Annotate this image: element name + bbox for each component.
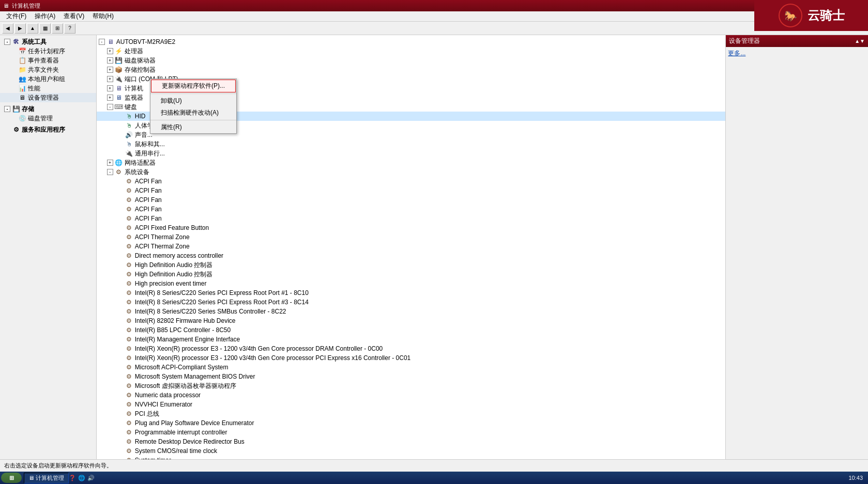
nav-system-tools[interactable]: - 🛠 系统工具 [0, 37, 96, 46]
sysdev-item-icon: ⚙ [125, 252, 133, 260]
toolbar: ◀ ▶ ▲ ▦ ⊞ ? [0, 22, 868, 35]
sysdev-item[interactable]: ⚙ ACPI Thermal Zone [97, 242, 726, 251]
sysdev-item[interactable]: ⚙ Numeric data processor [97, 391, 726, 400]
item-mouse[interactable]: 🖱 鼠标和其... [97, 139, 726, 149]
menu-view[interactable]: 查看(V) [59, 11, 88, 22]
sysdev-item[interactable]: ⚙ ACPI Fan [97, 195, 726, 205]
sysdev-item[interactable]: ⚙ ACPI Fixed Feature Button [97, 223, 726, 232]
nav-performance[interactable]: 📊 性能 [0, 84, 96, 93]
sysdev-item[interactable]: ⚙ Programmable interrupt controller [97, 428, 726, 437]
taskbar-speaker-icon: 🔊 [87, 475, 95, 481]
nav-shared-folders[interactable]: 📁 共享文件夹 [0, 65, 96, 74]
local-users-icon: 👥 [18, 75, 26, 83]
properties-button[interactable]: ⊞ [52, 23, 63, 34]
menu-help[interactable]: 帮助(H) [88, 11, 118, 22]
sysdev-item[interactable]: ⚙ Microsoft ACPI-Compliant System [97, 363, 726, 372]
start-button[interactable]: ⊞ [1, 473, 22, 483]
expand-storage-ctrl[interactable]: + [107, 67, 113, 73]
category-network[interactable]: + 🌐 网络适配器 [97, 158, 726, 167]
root-computer[interactable]: - 🖥 AUTOBVT-M2RA9E2 [97, 37, 726, 46]
show-hide-button[interactable]: ▦ [39, 23, 51, 34]
sysdev-item[interactable]: ⚙ ACPI Fan [97, 205, 726, 214]
category-sysdev[interactable]: - ⚙ 系统设备 [97, 167, 726, 177]
up-button[interactable]: ▲ [27, 23, 38, 34]
sysdev-item[interactable]: ⚙ PCI 总线 [97, 409, 726, 418]
sysdev-item[interactable]: ⚙ Intel(R) 8 Series/C220 Series PCI Expr… [97, 288, 726, 298]
expand-storage[interactable]: - [4, 106, 10, 112]
nav-storage[interactable]: - 💾 存储 [0, 104, 96, 114]
sysdev-item-icon: ⚙ [125, 410, 133, 418]
context-update-driver[interactable]: 更新驱动程序软件(P)... [151, 80, 236, 92]
sysdev-item[interactable]: ⚙ Direct memory access controller [97, 251, 726, 260]
sysdev-item-icon: ⚙ [125, 372, 133, 381]
svg-text:🐎: 🐎 [784, 10, 797, 22]
category-disk[interactable]: + 💾 磁盘驱动器 [97, 56, 726, 65]
category-storage[interactable]: + 📦 存储控制器 [97, 65, 726, 74]
sysdev-item[interactable]: ⚙ Intel(R) 8 Series/C220 Series PCI Expr… [97, 298, 726, 307]
sysdev-item[interactable]: ⚙ Intel(R) Management Engine Interface [97, 335, 726, 344]
sysdev-item[interactable]: ⚙ NVVHCI Enumerator [97, 400, 726, 409]
expand-monitor[interactable]: + [107, 95, 113, 101]
sysdev-item[interactable]: ⚙ High Definition Audio 控制器 [97, 270, 726, 279]
taskbar-computer-management[interactable]: 🖥 计算机管理 [24, 473, 69, 483]
help-button[interactable]: ? [64, 23, 75, 34]
sysdev-item[interactable]: ⚙ ACPI Thermal Zone [97, 232, 726, 242]
nav-local-users[interactable]: 👥 本地用户和组 [0, 74, 96, 84]
expand-sysdev[interactable]: - [107, 169, 113, 175]
sysdev-item[interactable]: ⚙ ACPI Fan [97, 177, 726, 186]
sysdev-item[interactable]: ⚙ Microsoft 虚拟驱动器枚举器驱动程序 [97, 381, 726, 391]
context-uninstall[interactable]: 卸载(U) [150, 95, 236, 107]
sysdev-item[interactable]: ⚙ High Definition Audio 控制器 [97, 260, 726, 270]
expand-computer[interactable]: + [107, 85, 113, 91]
sysdev-item[interactable]: ⚙ Intel(R) 8 Series/C220 Series SMBus Co… [97, 307, 726, 316]
back-button[interactable]: ◀ [2, 23, 13, 34]
right-panel-more[interactable]: 更多... [726, 47, 868, 60]
nav-task-scheduler[interactable]: 📅 任务计划程序 [0, 46, 96, 56]
sysdev-item[interactable]: ⚙ System CMOS/real time clock [97, 446, 726, 456]
sysdev-item[interactable]: ⚙ Intel(R) Xeon(R) processor E3 - 1200 v… [97, 344, 726, 353]
sysdev-item-icon: ⚙ [125, 363, 133, 371]
expand-root[interactable]: - [99, 39, 105, 45]
context-properties[interactable]: 属性(R) [150, 121, 236, 133]
expand-disk[interactable]: + [107, 57, 113, 64]
expand-network[interactable]: + [107, 160, 113, 166]
menu-bar: 文件(F) 操作(A) 查看(V) 帮助(H) [0, 11, 868, 22]
item-usb[interactable]: 🔌 通用串行... [97, 149, 726, 158]
sysdev-item[interactable]: ⚙ Remote Desktop Device Redirector Bus [97, 437, 726, 446]
forward-button[interactable]: ▶ [14, 23, 26, 34]
sysdev-item[interactable]: ⚙ Intel(R) B85 LPC Controller - 8C50 [97, 325, 726, 335]
category-processor[interactable]: + ⚡ 处理器 [97, 46, 726, 56]
performance-icon: 📊 [18, 84, 26, 92]
disk-icon: 💾 [115, 56, 123, 65]
expand-port[interactable]: + [107, 76, 113, 82]
sysdev-item[interactable]: ⚙ High precision event timer [97, 279, 726, 288]
sysdev-item[interactable]: ⚙ Intel(R) Xeon(R) processor E3 - 1200 v… [97, 353, 726, 363]
expand-system-tools[interactable]: - [4, 39, 10, 45]
nav-device-manager[interactable]: 🖥 设备管理器 [0, 93, 96, 102]
hid-icon: 🖱 [125, 112, 133, 120]
nav-services[interactable]: ⚙ 服务和应用程序 [0, 125, 96, 134]
sysdev-item[interactable]: ⚙ ACPI Fan [97, 214, 726, 223]
nav-disk-management[interactable]: 💿 磁盘管理 [0, 114, 96, 123]
right-panel-toggle[interactable]: ▲▼ [855, 38, 865, 44]
sysdev-item[interactable]: ⚙ Intel(R) 82802 Firmware Hub Device [97, 316, 726, 325]
sysdev-item-icon: ⚙ [125, 354, 133, 362]
sysdev-item[interactable]: ⚙ ACPI Fan [97, 186, 726, 195]
sysdev-item[interactable]: ⚙ Plug and Play Software Device Enumerat… [97, 418, 726, 428]
context-scan[interactable]: 扫描检测硬件改动(A) [150, 107, 236, 119]
sysdev-item-icon: ⚙ [125, 438, 133, 446]
sound-icon: 🔊 [125, 131, 133, 139]
sysdev-icon: ⚙ [115, 168, 123, 176]
menu-action[interactable]: 操作(A) [31, 11, 59, 22]
main-layout: - 🛠 系统工具 📅 任务计划程序 📋 事件查看器 📁 共享文件夹 👥 本地用户… [0, 35, 868, 472]
sysdev-item-icon: ⚙ [125, 428, 133, 436]
nav-event-viewer[interactable]: 📋 事件查看器 [0, 56, 96, 65]
expand-keyboard[interactable]: - [107, 104, 113, 110]
system-tools-icon: 🛠 [12, 38, 20, 46]
sysdev-items: ⚙ ACPI Fan ⚙ ACPI Fan ⚙ ACPI Fan ⚙ ACPI … [97, 177, 726, 472]
menu-file[interactable]: 文件(F) [2, 11, 31, 22]
sysdev-item[interactable]: ⚙ Microsoft System Management BIOS Drive… [97, 372, 726, 381]
expand-processor[interactable]: + [107, 48, 113, 54]
mouse-icon: 🖱 [125, 140, 133, 148]
sysdev-item-icon: ⚙ [125, 345, 133, 353]
